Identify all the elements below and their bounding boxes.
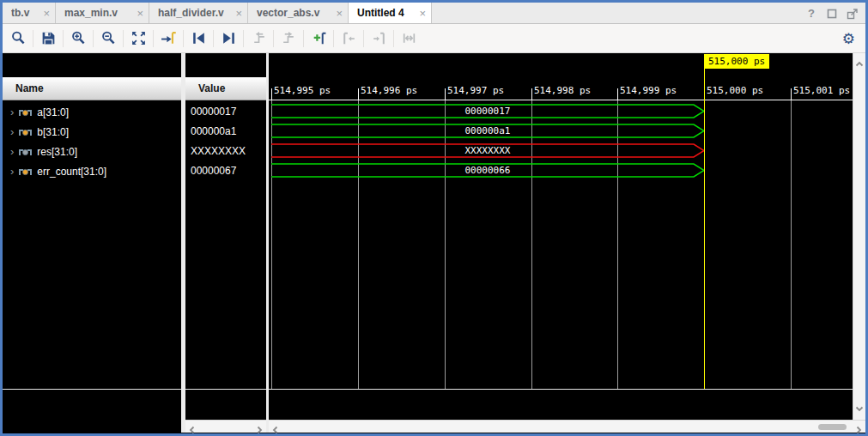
tab-tb-v[interactable]: tb.v× <box>3 3 56 23</box>
tab-max-min-v[interactable]: max_min.v× <box>56 3 149 23</box>
wave-gridline <box>791 100 792 389</box>
signal-row-a[31:0][interactable]: ›a[31:0] <box>3 102 181 122</box>
float-window-icon[interactable] <box>847 8 859 20</box>
vertical-scrollbar[interactable] <box>853 53 865 420</box>
expand-chevron-icon[interactable]: › <box>10 106 14 118</box>
time-tick-mark <box>445 88 446 100</box>
time-tick-mark <box>271 88 272 100</box>
tab-close-icon[interactable]: × <box>419 7 426 20</box>
tab-vector-abs-v[interactable]: vector_abs.v× <box>248 3 349 23</box>
time-tick-mark <box>358 88 359 100</box>
wave-scroll-thumb[interactable] <box>818 424 847 430</box>
signal-name-panel: Name ›a[31:0]›b[31:0]›res[31:0]›err_coun… <box>3 53 181 433</box>
zoom-out-button[interactable] <box>96 27 120 50</box>
scroll-up-icon[interactable] <box>855 57 864 72</box>
signal-value: 00000067 <box>185 161 266 181</box>
toolbar-separator <box>93 30 94 47</box>
find-button[interactable] <box>6 27 30 50</box>
editor-tab-bar: tb.v×max_min.v×half_divider.v×vector_abs… <box>3 3 865 24</box>
cursor-time-flag[interactable]: 515,000 ps <box>704 54 769 69</box>
scroll-left-icon[interactable] <box>271 422 280 436</box>
time-tick-label: 514,995 ps <box>274 85 331 96</box>
settings-gear-icon[interactable]: ⚙ <box>842 27 855 50</box>
wave-bus-value: 000000a1 <box>271 125 704 136</box>
next-marker-button <box>367 27 391 50</box>
add-marker-button[interactable] <box>307 27 331 50</box>
previous-transition-button <box>246 27 270 50</box>
wave-bus-value: 00000017 <box>271 106 704 117</box>
signal-name: b[31:0] <box>37 126 69 138</box>
tab-close-icon[interactable]: × <box>235 7 242 20</box>
wave-viewer-main: Name ›a[31:0]›b[31:0]›res[31:0]›err_coun… <box>3 53 865 433</box>
signal-name: a[31:0] <box>37 106 69 118</box>
value-panel-top-strip <box>185 53 266 77</box>
name-panel-bottom-line <box>3 389 181 390</box>
maximize-icon[interactable] <box>826 8 838 20</box>
expand-chevron-icon[interactable]: › <box>10 165 14 178</box>
zoom-to-cursor-button[interactable] <box>156 27 180 50</box>
bus-signal-icon <box>19 107 32 118</box>
help-icon[interactable]: ? <box>805 8 817 20</box>
signal-row-err_count[31:0][interactable]: ›err_count[31:0] <box>3 161 181 181</box>
bus-signal-icon <box>19 127 32 137</box>
time-tick-label: 514,999 ps <box>620 85 677 96</box>
toolbar-separator <box>243 30 244 47</box>
tab-list: tb.v×max_min.v×half_divider.v×vector_abs… <box>3 3 865 23</box>
scroll-right-icon[interactable] <box>255 422 264 436</box>
tab-label: vector_abs.v <box>257 7 331 19</box>
scroll-down-icon[interactable] <box>855 401 864 416</box>
signal-row-res[31:0][interactable]: ›res[31:0] <box>3 142 181 161</box>
swap-cursors-button <box>397 27 421 50</box>
time-tick-label: 514,997 ps <box>447 85 504 96</box>
toolbar-separator <box>363 30 364 47</box>
zoom-fit-button[interactable] <box>126 27 150 50</box>
name-column-header[interactable]: Name <box>3 77 181 100</box>
time-tick-label: 515,000 ps <box>707 85 763 96</box>
toolbar-separator <box>303 30 304 47</box>
tab-close-icon[interactable]: × <box>336 7 343 20</box>
expand-chevron-icon[interactable]: › <box>10 125 14 138</box>
value-horizontal-scrollbar[interactable] <box>185 420 266 433</box>
bus-signal-icon <box>19 167 32 177</box>
signal-value-panel: Value 00000017000000a1XXXXXXXX00000067 <box>185 53 266 433</box>
tab-close-icon[interactable]: × <box>43 7 50 20</box>
wave-horizontal-scrollbar[interactable] <box>269 420 865 433</box>
time-tick-mark <box>531 88 532 100</box>
tab-label: Untitled 4 <box>357 7 414 19</box>
wave-toolbar <box>3 24 865 53</box>
time-axis-line <box>269 100 853 100</box>
cursor-line[interactable] <box>704 69 705 389</box>
time-tick-mark <box>791 88 792 100</box>
value-column-header[interactable]: Value <box>185 77 266 100</box>
go-to-last-time-button[interactable] <box>216 27 240 50</box>
value-header-label: Value <box>198 82 225 94</box>
time-tick-label: 514,996 ps <box>361 85 417 96</box>
save-wave-config-button[interactable] <box>36 27 60 50</box>
signal-value: XXXXXXXX <box>185 142 266 161</box>
go-to-time-0-button[interactable] <box>186 27 210 50</box>
waveform-canvas[interactable]: 515,000 ps 514,995 ps514,996 ps514,997 p… <box>269 53 853 433</box>
scroll-right-icon[interactable] <box>854 422 863 436</box>
toolbar-separator <box>63 30 64 47</box>
tab-untitled-4[interactable]: Untitled 4× <box>349 3 432 23</box>
zoom-in-button[interactable] <box>66 27 90 50</box>
window-controls: ? <box>805 3 859 24</box>
signal-row-b[31:0][interactable]: ›b[31:0] <box>3 122 181 142</box>
toolbar-separator <box>393 30 394 47</box>
name-panel-top-strip <box>3 53 181 77</box>
bus-signal-icon <box>19 147 32 157</box>
signal-name: res[31:0] <box>37 146 77 158</box>
vivado-waveform-window: tb.v×max_min.v×half_divider.v×vector_abs… <box>0 0 868 436</box>
scroll-left-icon[interactable] <box>188 422 197 436</box>
tab-half-divider-v[interactable]: half_divider.v× <box>149 3 248 23</box>
signal-value: 00000017 <box>185 102 266 122</box>
wave-bus-value: 00000066 <box>271 165 704 176</box>
toolbar-separator <box>273 30 274 47</box>
toolbar-separator <box>153 30 154 47</box>
signal-name: err_count[31:0] <box>37 166 106 178</box>
expand-chevron-icon[interactable]: › <box>10 145 14 158</box>
tab-close-icon[interactable]: × <box>137 7 143 20</box>
wave-bottom-line <box>269 389 853 390</box>
toolbar-separator <box>333 30 334 47</box>
toolbar-separator <box>183 30 184 47</box>
